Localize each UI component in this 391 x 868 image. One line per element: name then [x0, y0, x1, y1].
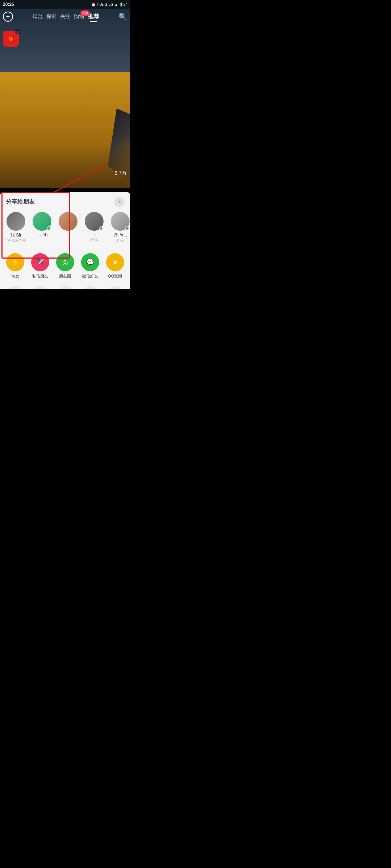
friend-item-1[interactable]: 张 Sir 1个朋友在线 [4, 212, 28, 243]
friend-item-2[interactable]: , ...(4) [30, 212, 54, 243]
hd-badge: HD₂ [97, 3, 103, 7]
friend-avatar-3 [59, 212, 77, 231]
tab-recommend[interactable]: 推荐 [88, 13, 99, 21]
friend-name-2: , ...(4) [36, 232, 47, 237]
video-floor [0, 72, 130, 188]
action-wechat[interactable]: 💬 微信好友 [77, 253, 102, 279]
online-indicator-4 [99, 226, 103, 230]
friend-avatar-wrap-4 [85, 212, 104, 231]
repost-label: 转发 [11, 273, 19, 279]
like-count: 3.7万 [115, 170, 127, 176]
video-background [0, 0, 130, 188]
5g-icon: 5G [109, 3, 113, 7]
search-button[interactable]: 🔍 [118, 12, 127, 21]
action-qq[interactable]: ★ QQ空间 [102, 253, 127, 279]
action-promote[interactable]: DOU+ 帮上热门 [28, 286, 53, 289]
repost-icon: ⚡ [6, 253, 24, 271]
add-button[interactable]: + [3, 12, 13, 22]
tab-follow[interactable]: 关注 [60, 13, 70, 20]
action-repost[interactable]: ⚡ 转发 [3, 253, 28, 279]
friend-name-1: 张 Sir [10, 232, 21, 238]
collab-icon: ⊙⊙ [106, 286, 124, 289]
action-dm[interactable]: ✈️ 私信朋友 [28, 253, 53, 279]
moments-icon: ◎ [56, 253, 74, 271]
share-title: 分享给朋友 [6, 198, 35, 206]
friend-item-3[interactable] [56, 212, 80, 243]
signal-icon: G [105, 3, 108, 7]
status-bar: 20:26 ⏰ HD₂ G 5G ▲ 🔋24 [0, 0, 130, 9]
tab-explore[interactable]: 探索 [46, 13, 56, 20]
report-icon: ⚠ [6, 286, 24, 289]
friend-name-5: @ 单... [113, 232, 127, 238]
battery-icon: 🔋24 [119, 3, 127, 7]
clock-icon: ⏰ [91, 3, 96, 7]
friend-avatar-wrap-2 [33, 212, 51, 231]
dm-icon: ✈️ [31, 253, 49, 271]
action-save[interactable]: ⬇ 保存本地 [77, 286, 102, 289]
friend-avatar-1 [7, 212, 25, 231]
online-indicator-2 [47, 226, 51, 230]
friend-avatar-wrap-3 [59, 212, 77, 231]
share-close-button[interactable]: × [114, 197, 125, 207]
save-icon: ⬇ [81, 286, 99, 289]
action-watch-together[interactable]: 🛋 一起看视频 [53, 286, 78, 289]
friend-item-5[interactable]: @ 单... 在线 [109, 212, 130, 243]
share-header: 分享给朋友 × [0, 192, 130, 210]
sheet-divider-1 [0, 248, 130, 248]
tab-yantai[interactable]: 烟台 [33, 13, 43, 20]
promote-icon: DOU+ [31, 286, 49, 289]
friend-sub-4: 在线 [91, 237, 98, 242]
friend-name-4: ... [92, 232, 96, 237]
action-grid-2: ⚠ 举报 DOU+ 帮上热门 🛋 一起看视频 ⬇ 保存本地 ⊙⊙ 合拍 [0, 285, 130, 289]
dm-label: 私信朋友 [32, 273, 48, 279]
action-collab[interactable]: ⊙⊙ 合拍 [102, 286, 127, 289]
action-grid-1: ⚡ 转发 ✈️ 私信朋友 ◎ 朋友圈 💬 微信好友 ★ QQ空间 [0, 252, 130, 282]
friend-item-4[interactable]: ... 在线 [83, 212, 106, 243]
qq-icon: ★ [106, 253, 124, 271]
status-time: 20:26 [3, 2, 14, 7]
friend-sub-5: 在线 [117, 238, 124, 243]
watch-together-icon: 🛋 [56, 286, 74, 289]
friend-sub-1: 1个朋友在线 [6, 238, 26, 243]
red-envelope-widget[interactable]: × 🧧 [3, 31, 19, 47]
red-envelope-close[interactable]: × [15, 29, 20, 34]
top-navigation: + 烟台 探索 关注 购物 直播 推荐 🔍 [0, 9, 130, 25]
qq-label: QQ空间 [108, 273, 122, 279]
action-moments[interactable]: ◎ 朋友圈 [53, 253, 78, 279]
online-indicator-5 [125, 226, 129, 230]
tab-shop[interactable]: 购物 直播 [74, 13, 84, 20]
wechat-icon: 💬 [81, 253, 99, 271]
nav-tabs: 烟台 探索 关注 购物 直播 推荐 [13, 13, 118, 21]
wifi-icon: ▲ [114, 3, 118, 7]
friends-list: 张 Sir 1个朋友在线 , ...(4) [0, 210, 130, 248]
share-sheet: 分享给朋友 × 张 Sir 1个朋友在线 , ...(4) [0, 192, 130, 289]
friend-avatar-wrap-5 [111, 212, 130, 231]
status-icons: ⏰ HD₂ G 5G ▲ 🔋24 [91, 3, 127, 7]
moments-label: 朋友圈 [59, 273, 71, 279]
wechat-label: 微信好友 [82, 273, 98, 279]
action-report[interactable]: ⚠ 举报 [3, 286, 28, 289]
friend-avatar-wrap-1 [7, 212, 25, 231]
